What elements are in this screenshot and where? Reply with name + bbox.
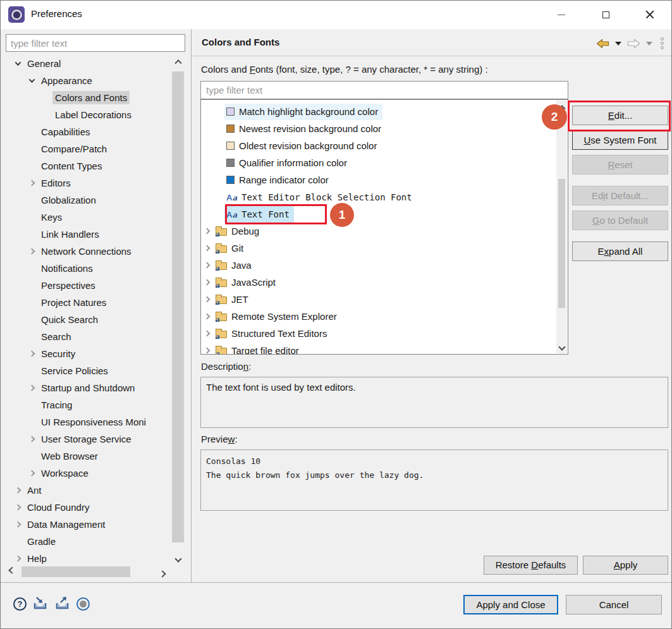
- tree-item[interactable]: General: [6, 55, 170, 72]
- forward-arrow-icon[interactable]: [627, 39, 640, 49]
- tree-item[interactable]: Ant: [6, 482, 170, 499]
- import-preferences-icon[interactable]: [32, 596, 49, 611]
- color-swatch-icon: [226, 125, 235, 133]
- chevron-right-icon: [204, 245, 211, 252]
- list-scrollbar-thumb[interactable]: [558, 179, 565, 308]
- tree-item[interactable]: Globalization: [6, 192, 170, 209]
- tree-item[interactable]: Gradle: [6, 533, 170, 550]
- scroll-up-icon[interactable]: [170, 55, 186, 68]
- list-item[interactable]: JET: [201, 291, 568, 308]
- list-item[interactable]: Git: [201, 240, 568, 257]
- list-item[interactable]: Qualifier information color: [201, 154, 568, 171]
- maximize-button[interactable]: [591, 3, 620, 26]
- list-item[interactable]: Structured Text Editors: [201, 325, 568, 342]
- tree-item[interactable]: Keys: [6, 209, 170, 226]
- list-vertical-scrollbar[interactable]: [556, 101, 567, 353]
- scroll-left-icon[interactable]: [6, 565, 18, 578]
- apply-and-close-button[interactable]: Apply and Close: [463, 595, 558, 614]
- list-item[interactable]: Remote System Explorer: [201, 308, 568, 325]
- scroll-right-icon[interactable]: [156, 565, 169, 578]
- scroll-down-icon[interactable]: [170, 553, 186, 565]
- chevron-right-icon: [15, 504, 21, 511]
- tree-item[interactable]: Startup and Shutdown: [6, 379, 170, 396]
- help-icon[interactable]: [13, 597, 27, 611]
- edit-default-button: Edit Default...: [572, 186, 668, 205]
- chevron-right-icon: [28, 248, 35, 255]
- tree-item[interactable]: Quick Search: [6, 311, 170, 328]
- chevron-right-icon: [28, 436, 35, 443]
- tree-item[interactable]: Service Policies: [6, 362, 170, 379]
- tree-horizontal-scrollbar[interactable]: [6, 565, 186, 578]
- tree-item[interactable]: Editors: [6, 174, 170, 192]
- tree-item[interactable]: Workspace: [6, 465, 170, 482]
- cancel-button[interactable]: Cancel: [566, 595, 662, 614]
- apply-button[interactable]: Apply: [583, 556, 668, 575]
- chevron-right-icon: [28, 470, 35, 477]
- tree-item[interactable]: Compare/Patch: [6, 140, 170, 157]
- category-folder-icon: [216, 262, 227, 270]
- back-history-menu-icon[interactable]: [615, 42, 621, 46]
- tree-item[interactable]: Link Handlers: [6, 226, 170, 243]
- category-folder-icon: [216, 228, 227, 236]
- tree-item[interactable]: Capabilities: [6, 123, 170, 140]
- list-item-label: Match highlight background color: [239, 106, 378, 117]
- export-preferences-icon[interactable]: [54, 596, 71, 611]
- category-folder-icon: [216, 296, 227, 304]
- tree-item[interactable]: User Storage Service: [6, 431, 170, 448]
- tree-item[interactable]: Appearance: [6, 72, 170, 89]
- tree-item[interactable]: Notifications: [6, 260, 170, 277]
- tree-vertical-scrollbar[interactable]: [170, 55, 186, 565]
- tree-item[interactable]: Cloud Foundry: [6, 499, 170, 516]
- tree-item[interactable]: Project Natures: [6, 294, 170, 311]
- list-item[interactable]: JavaScript: [201, 274, 568, 291]
- list-scroll-down-icon[interactable]: [556, 341, 567, 353]
- chevron-right-icon: [15, 556, 21, 562]
- expand-all-button[interactable]: Expand All: [572, 241, 668, 261]
- panel-divider: [191, 29, 192, 582]
- category-folder-icon: [216, 314, 227, 321]
- colors-fonts-filter-input[interactable]: [200, 81, 568, 99]
- back-arrow-icon[interactable]: [596, 39, 609, 49]
- tree-item[interactable]: Security: [6, 345, 170, 362]
- tree-item[interactable]: UI Responsiveness Moni: [6, 413, 170, 431]
- list-item[interactable]: Target file editor: [201, 342, 568, 355]
- view-menu-icon[interactable]: [658, 37, 664, 49]
- preview-box: Consolas 10 The quick brown fox jumps ov…: [200, 449, 668, 511]
- list-item[interactable]: Debug: [201, 223, 568, 240]
- list-item[interactable]: Match highlight background color: [201, 103, 568, 120]
- list-item-label: Structured Text Editors: [231, 328, 327, 339]
- list-item[interactable]: Newest revision background color: [201, 120, 568, 137]
- tree-item[interactable]: Network Connections: [6, 243, 170, 260]
- tree-item-label: General: [25, 57, 63, 70]
- tree-item-label: Perspectives: [39, 279, 98, 292]
- list-item-label: Newest revision background color: [239, 123, 381, 134]
- tree-item-label: Cloud Foundry: [25, 501, 92, 514]
- tree-item[interactable]: Tracing: [6, 396, 170, 413]
- tree-item[interactable]: Colors and Fonts: [6, 89, 170, 106]
- chevron-right-icon: [204, 279, 211, 286]
- list-item[interactable]: Range indicator color: [201, 171, 568, 188]
- color-swatch-icon: [226, 159, 235, 167]
- minimize-button[interactable]: [547, 3, 576, 26]
- tree-item[interactable]: Data Management: [6, 516, 170, 533]
- close-button[interactable]: [635, 3, 664, 26]
- use-system-font-button[interactable]: Use System Font: [572, 130, 668, 150]
- tree-item[interactable]: Content Types: [6, 157, 170, 174]
- tree-filter-input[interactable]: [6, 34, 185, 52]
- tree-item[interactable]: Search: [6, 328, 170, 345]
- tree-item[interactable]: Help: [6, 550, 170, 565]
- record-preferences-icon[interactable]: [76, 597, 90, 611]
- chevron-down-icon: [15, 59, 21, 66]
- list-item[interactable]: Oldest revision background color: [201, 137, 568, 154]
- tree-item[interactable]: Web Browser: [6, 448, 170, 465]
- tree-hscrollbar-thumb[interactable]: [21, 566, 130, 577]
- tree-item[interactable]: Perspectives: [6, 277, 170, 294]
- category-folder-icon: [216, 331, 227, 338]
- restore-defaults-button[interactable]: Restore Defaults: [484, 556, 578, 575]
- tree-item[interactable]: Label Decorations: [6, 106, 170, 123]
- header-divider: [192, 56, 671, 56]
- list-item[interactable]: Aa Text Editor Block Selection Font: [201, 188, 568, 205]
- forward-history-menu-icon[interactable]: [646, 42, 652, 46]
- list-item[interactable]: Java: [201, 257, 568, 274]
- tree-scrollbar-thumb[interactable]: [172, 71, 184, 542]
